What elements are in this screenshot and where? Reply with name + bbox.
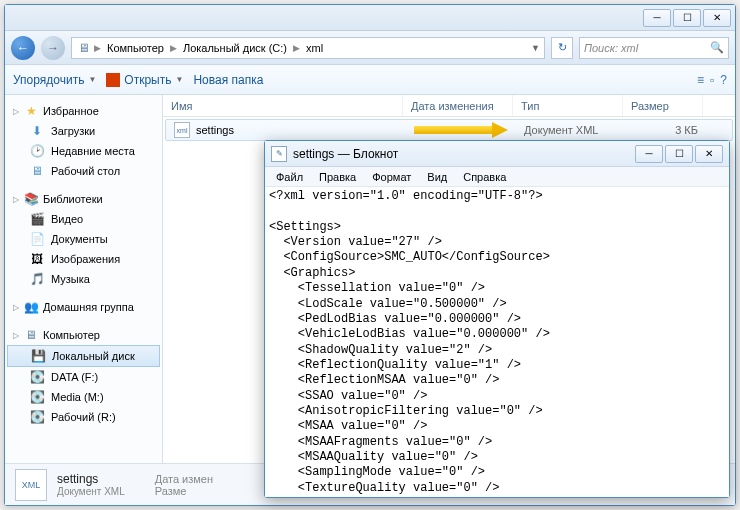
sidebar-computer[interactable]: ▷🖥Компьютер [5,325,162,345]
sidebar-label: Домашняя группа [43,301,134,313]
notepad-content[interactable]: <?xml version="1.0" encoding="UTF-8"?> <… [265,187,729,497]
help-icon[interactable]: ? [720,73,727,87]
menu-file[interactable]: Файл [269,169,310,185]
notepad-menu: Файл Правка Формат Вид Справка [265,167,729,187]
col-size[interactable]: Размер [623,95,703,116]
recent-icon: 🕑 [29,143,45,159]
sidebar-item-label: Рабочий (R:) [51,411,116,423]
sidebar-item-label: Media (M:) [51,391,104,403]
sidebar-item-downloads[interactable]: ⬇Загрузки [5,121,162,141]
download-icon: ⬇ [29,123,45,139]
sidebar-item-pictures[interactable]: 🖼Изображения [5,249,162,269]
libraries-icon: 📚 [23,191,39,207]
sidebar-item-documents[interactable]: 📄Документы [5,229,162,249]
file-type: Документ XML [516,124,626,136]
sidebar-label: Компьютер [43,329,100,341]
sidebar-item-work[interactable]: 💽Рабочий (R:) [5,407,162,427]
desktop-icon: 🖥 [29,163,45,179]
chevron-right-icon: ▶ [293,43,300,53]
breadcrumb-item[interactable]: Локальный диск (C:) [179,42,291,54]
toolbar: Упорядочить ▼ Открыть ▼ Новая папка ≡ ▫ … [5,65,735,95]
forward-button[interactable]: → [41,36,65,60]
window-controls: ─ ☐ ✕ [643,9,731,27]
breadcrumb[interactable]: 🖥 ▶ Компьютер ▶ Локальный диск (C:) ▶ xm… [71,37,545,59]
sidebar-item-local-disk[interactable]: 💾Локальный диск [7,345,160,367]
pictures-icon: 🖼 [29,251,45,267]
drive-icon: 💽 [29,409,45,425]
sidebar-item-label: Рабочий стол [51,165,120,177]
computer-icon: 🖥 [76,40,92,56]
nav-sidebar: ▷★Избранное ⬇Загрузки 🕑Недавние места 🖥Р… [5,95,163,463]
sidebar-item-label: DATA (F:) [51,371,98,383]
sidebar-item-desktop[interactable]: 🖥Рабочий стол [5,161,162,181]
file-row[interactable]: xml settings Документ XML 3 КБ [165,119,733,141]
close-button[interactable]: ✕ [703,9,731,27]
search-icon[interactable]: 🔍 [710,41,724,54]
video-icon: 🎬 [29,211,45,227]
new-folder-button[interactable]: Новая папка [193,73,263,87]
breadcrumb-item[interactable]: Компьютер [103,42,168,54]
maximize-button[interactable]: ☐ [673,9,701,27]
notepad-title: settings — Блокнот [293,147,635,161]
sidebar-item-label: Загрузки [51,125,95,137]
col-name[interactable]: Имя [163,95,403,116]
col-modified[interactable]: Дата изменения [403,95,513,116]
sidebar-item-label: Музыка [51,273,90,285]
nav-bar: ← → 🖥 ▶ Компьютер ▶ Локальный диск (C:) … [5,31,735,65]
notepad-titlebar[interactable]: ✎ settings — Блокнот ─ ☐ ✕ [265,141,729,167]
sidebar-favorites[interactable]: ▷★Избранное [5,101,162,121]
close-button[interactable]: ✕ [695,145,723,163]
star-icon: ★ [23,103,39,119]
notepad-window: ✎ settings — Блокнот ─ ☐ ✕ Файл Правка Ф… [264,140,730,498]
sidebar-label: Избранное [43,105,99,117]
preview-pane-icon[interactable]: ▫ [710,73,714,87]
detail-filename: settings [57,472,125,486]
sidebar-item-videos[interactable]: 🎬Видео [5,209,162,229]
drive-icon: 💽 [29,369,45,385]
detail-filetype: Документ XML [57,486,125,497]
menu-help[interactable]: Справка [456,169,513,185]
notepad-icon: ✎ [271,146,287,162]
sidebar-item-music[interactable]: 🎵Музыка [5,269,162,289]
col-type[interactable]: Тип [513,95,623,116]
chevron-down-icon[interactable]: ▼ [531,43,540,53]
drive-icon: 💾 [30,348,46,364]
breadcrumb-item[interactable]: xml [302,42,327,54]
office-icon [106,73,120,87]
sidebar-item-recent[interactable]: 🕑Недавние места [5,141,162,161]
search-input[interactable]: Поиск: xml 🔍 [579,37,729,59]
open-button[interactable]: Открыть ▼ [106,73,183,87]
refresh-button[interactable]: ↻ [551,37,573,59]
sidebar-item-data[interactable]: 💽DATA (F:) [5,367,162,387]
chevron-right-icon: ▶ [170,43,177,53]
titlebar: ─ ☐ ✕ [5,5,735,31]
open-label: Открыть [124,73,171,87]
view-options-icon[interactable]: ≡ [697,73,704,87]
sidebar-item-label: Видео [51,213,83,225]
sidebar-libraries[interactable]: ▷📚Библиотеки [5,189,162,209]
sidebar-label: Библиотеки [43,193,103,205]
menu-format[interactable]: Формат [365,169,418,185]
column-headers: Имя Дата изменения Тип Размер [163,95,735,117]
minimize-button[interactable]: ─ [643,9,671,27]
drive-icon: 💽 [29,389,45,405]
maximize-button[interactable]: ☐ [665,145,693,163]
organize-menu[interactable]: Упорядочить ▼ [13,73,96,87]
documents-icon: 📄 [29,231,45,247]
organize-label: Упорядочить [13,73,84,87]
music-icon: 🎵 [29,271,45,287]
xml-file-icon: xml [174,122,190,138]
file-size: 3 КБ [626,124,706,136]
sidebar-item-media[interactable]: 💽Media (M:) [5,387,162,407]
sidebar-item-label: Документы [51,233,108,245]
new-folder-label: Новая папка [193,73,263,87]
file-name: settings [196,124,234,136]
minimize-button[interactable]: ─ [635,145,663,163]
menu-view[interactable]: Вид [420,169,454,185]
chevron-down-icon: ▼ [175,75,183,84]
sidebar-homegroup[interactable]: ▷👥Домашняя группа [5,297,162,317]
sidebar-item-label: Локальный диск [52,350,135,362]
menu-edit[interactable]: Правка [312,169,363,185]
back-button[interactable]: ← [11,36,35,60]
xml-file-icon: XML [15,469,47,501]
